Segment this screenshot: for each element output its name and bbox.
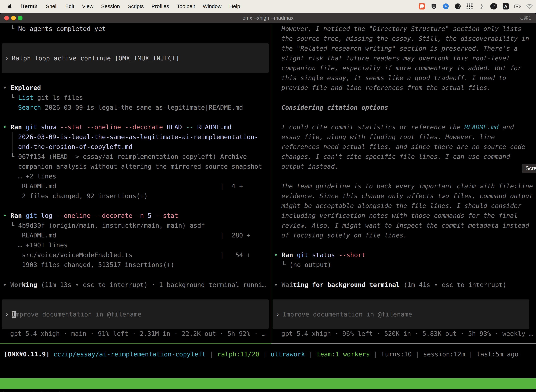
- omx-input-right[interactable]: › Improve documentation in @filename: [273, 299, 529, 329]
- terminal-line: output instead.: [281, 162, 339, 171]
- terminal-line: I could cite commit statistics or refere…: [281, 122, 514, 132]
- menu-app-name[interactable]: iTerm2: [20, 3, 37, 9]
- terminal-line: • Waiting for background terminal (1m 41…: [274, 280, 507, 290]
- terminal-line: Search 2026-03-09-is-legal-the-same-as-l…: [18, 103, 243, 112]
- terminal-line: • Working (11m 13s • esc to interrupt) ·…: [3, 280, 266, 290]
- terminal-line: provide file and line references from th…: [281, 83, 491, 93]
- terminal-line: 2026-03-09-is-legal-the-same-as-legitima…: [18, 132, 258, 142]
- dots-grid-icon[interactable]: [466, 3, 473, 10]
- terminal-line: └ 4b9d30f (origin/main, instructkr/main,…: [10, 221, 205, 230]
- text-cursor: I: [12, 311, 16, 318]
- screen-indicator-chip[interactable]: Scre: [522, 164, 536, 173]
- pane-divider[interactable]: [271, 24, 271, 344]
- terminal-line: … +1901 lines: [18, 240, 68, 250]
- terminal-line: • Ran git log --oneline --decorate -n 5 …: [3, 211, 178, 221]
- shield-grid-icon[interactable]: [431, 3, 437, 10]
- terminal-line: README.md | 280 +: [18, 230, 251, 240]
- tmux-session-label: [omx-cczip0:bash*: [1, 389, 66, 392]
- menu-items: ShellEditViewSessionScriptsProfilesToolb…: [46, 3, 240, 9]
- terminal-line: the source tree, missing the essay. Stil…: [281, 34, 529, 44]
- terminal-line: … +2 lines: [18, 171, 56, 181]
- terminal-line: evidence. Since this change only affects…: [281, 191, 533, 201]
- terminal-line: README.md | 4 +: [18, 181, 243, 191]
- menu-item-toolbelt[interactable]: Toolbelt: [177, 3, 195, 9]
- terminal-line: the "Related research writing" section i…: [281, 44, 518, 53]
- terminal-line: However, I noticed the "Directory Struct…: [281, 24, 522, 34]
- terminal-line: gpt-5.4 xhigh · 96% left · 520K in · 5.8…: [281, 329, 533, 339]
- chat-app-icon[interactable]: [419, 3, 425, 10]
- squiggle-icon[interactable]: [478, 3, 485, 10]
- terminal-line: essay file, along with finding root file…: [281, 132, 495, 142]
- menu-item-profiles[interactable]: Profiles: [151, 3, 169, 9]
- terminal-pane-right[interactable]: › Improve documentation in @filename How…: [271, 24, 536, 344]
- terminal-line: 1903 files changed, 513517 insertions(+): [18, 260, 174, 270]
- terminal-line: changes, I can't cite specific file line…: [281, 152, 510, 162]
- terminal-line: this single essay, it seems like a good …: [281, 73, 506, 83]
- blue-bolt-icon[interactable]: [442, 3, 449, 10]
- terminal-line: might be acceptable alongside the file l…: [281, 201, 522, 211]
- menu-item-help[interactable]: Help: [229, 3, 240, 9]
- terminal-line: └ 067f154 (HEAD -> essay/ai-reimplementa…: [10, 152, 247, 162]
- terminal-line: The team guideline is to back every impo…: [281, 181, 533, 191]
- prompt-chevron-icon: ›: [276, 311, 280, 318]
- terminal-line: Considering citation options: [281, 103, 388, 112]
- prompt-chevron-icon: ›: [5, 55, 9, 62]
- apple-menu-icon[interactable]: [7, 3, 13, 10]
- terminal-line: slight risk that future readers may over…: [281, 53, 510, 63]
- terminal-line: references need actual files, and since …: [281, 142, 525, 152]
- terminal-line: └ No agents completed yet: [10, 24, 106, 34]
- a-square-icon[interactable]: A: [502, 3, 509, 9]
- pane-rule-right: [271, 343, 536, 344]
- prompt-chevron-icon: ›: [5, 311, 9, 318]
- input-placeholder: mprove documentation in @filename: [16, 311, 141, 318]
- window-title: omx --xhigh --madmax: [0, 13, 536, 23]
- tmux-status-bar: [omx-cczip0:bash* "MacBook-Pro-44.local"…: [0, 378, 536, 389]
- menu-status-icons: .61 A: [419, 3, 533, 10]
- terminal-pane-left[interactable]: › Ralph loop active continue [OMX_TMUX_I…: [0, 24, 271, 344]
- terminal-line: • Ran git show --stat --oneline --decora…: [3, 122, 232, 132]
- menu-item-scripts[interactable]: Scripts: [128, 3, 144, 9]
- terminal-line: companion analysis without altering the …: [18, 162, 262, 171]
- terminal-line: and-the-erosion-of-copyleft.md: [18, 142, 132, 152]
- terminal-line: └ (no output): [282, 260, 331, 270]
- terminal-line: companion file, especially if more comme…: [281, 63, 522, 73]
- pane-rule-left: [0, 343, 271, 344]
- input-placeholder: Improve documentation in @filename: [282, 311, 412, 318]
- terminal-line: review. Also, I might want to inspect th…: [281, 221, 529, 230]
- window-shortcut-badge: ⌥⌘1: [518, 13, 531, 23]
- menu-item-view[interactable]: View: [82, 3, 93, 9]
- terminal-line: └ List git ls-files: [10, 93, 83, 103]
- menu-item-window[interactable]: Window: [203, 3, 222, 9]
- menu-item-session[interactable]: Session: [101, 3, 120, 9]
- menu-bar: iTerm2 ShellEditViewSessionScriptsProfil…: [0, 0, 536, 13]
- menu-item-shell[interactable]: Shell: [46, 3, 57, 9]
- omx-status-bar: [OMX#0.11.9] cczip/essay/ai-reimplementa…: [0, 349, 536, 359]
- input-text: Ralph loop active continue [OMX_TMUX_INJ…: [12, 55, 180, 62]
- terminal-line: including verification notes with those …: [281, 211, 518, 221]
- battery-icon[interactable]: [514, 3, 521, 10]
- wifi-icon[interactable]: [526, 3, 533, 10]
- terminal-line: • Explored: [3, 83, 41, 93]
- terminal-line: 2 files changed, 92 insertions(+): [18, 191, 148, 201]
- terminal-line: of focusing solely on file lines.: [281, 230, 407, 240]
- terminal-line: gpt-5.4 xhigh · main · 91% left · 2.31M …: [10, 329, 266, 339]
- dark-disc-icon[interactable]: [455, 3, 461, 10]
- terminal-line: • Ran git status --short: [274, 250, 365, 260]
- terminal-line: [OMX#0.11.9] cczip/essay/ai-reimplementa…: [4, 349, 518, 359]
- percent-badge-icon[interactable]: .61: [490, 3, 497, 9]
- omx-input-left-top[interactable]: › Ralph loop active continue [OMX_TMUX_I…: [2, 43, 269, 73]
- menu-item-edit[interactable]: Edit: [65, 3, 74, 9]
- omx-input-left-bottom[interactable]: › I mprove documentation in @filename: [2, 299, 269, 329]
- terminal-line: src/voice/voiceModeEnabled.ts | 54 +: [18, 250, 251, 260]
